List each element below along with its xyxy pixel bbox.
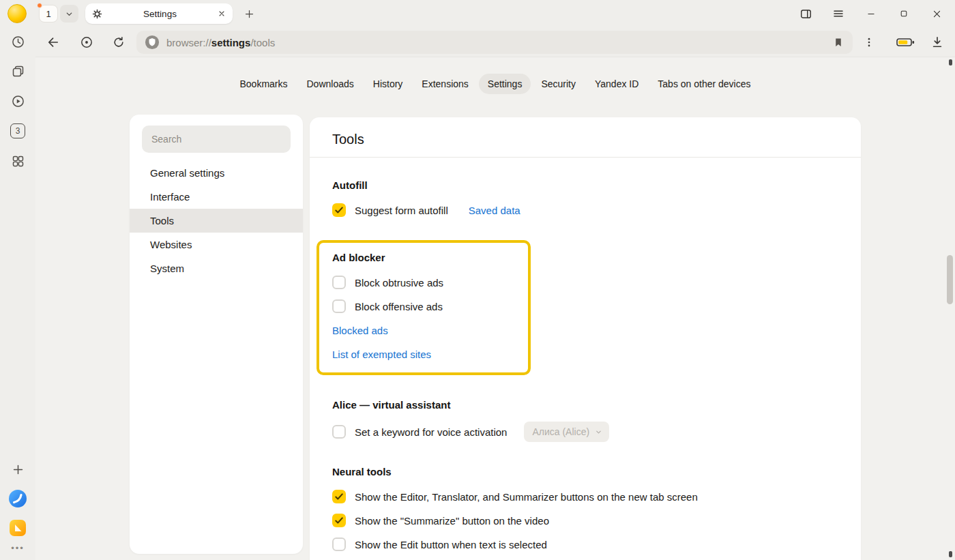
saved-data-link[interactable]: Saved data <box>469 205 520 216</box>
tab-counter-button[interactable]: 1 <box>39 5 58 23</box>
exempted-sites-row: List of exempted sites <box>332 347 515 362</box>
window-maximize-button[interactable] <box>894 4 914 23</box>
summarize-video-label: Show the "Summarize" button on the video <box>355 515 549 527</box>
side-panel-toggle-button[interactable] <box>795 4 816 23</box>
back-button[interactable] <box>45 34 61 50</box>
sidebar-item-system[interactable]: System <box>130 256 303 280</box>
nav-extensions[interactable]: Extensions <box>413 74 477 94</box>
rail-add-button[interactable] <box>8 460 27 479</box>
sidebar-item-interface[interactable]: Interface <box>130 185 303 209</box>
autofill-row: Suggest form autofill Saved data <box>332 202 838 218</box>
site-shield-icon[interactable] <box>145 35 160 50</box>
gear-icon <box>92 9 102 19</box>
yandex-id-icon <box>80 35 93 49</box>
tab-close-icon[interactable] <box>218 10 226 18</box>
sidebar-item-websites[interactable]: Websites <box>130 233 303 256</box>
collections-button[interactable] <box>8 61 27 80</box>
play-circle-icon <box>11 94 25 108</box>
neural-tools-heading: Neural tools <box>332 465 838 479</box>
clock-icon <box>11 35 25 49</box>
tools-settings-panel: Tools Autofill Suggest form autofill Sav… <box>310 117 861 560</box>
ad-blocker-heading: Ad blocker <box>332 251 515 265</box>
chevron-down-icon <box>65 10 74 18</box>
new-tab-button[interactable] <box>240 5 259 23</box>
ad-blocker-highlight-box: Ad blocker Block obtrusive ads Block off… <box>317 240 531 375</box>
autofill-heading: Autofill <box>332 179 838 192</box>
left-rail: 3 ••• <box>0 27 35 560</box>
sidebar-item-tools[interactable]: Tools <box>130 209 303 233</box>
scrollbar-bottom-cap <box>949 551 952 557</box>
edit-button-label: Show the Edit button when text is select… <box>355 539 547 550</box>
nav-settings[interactable]: Settings <box>479 74 531 94</box>
sidebar-item-general-settings[interactable]: General settings <box>130 161 303 185</box>
nav-yandex-id[interactable]: Yandex ID <box>586 74 647 94</box>
tab-title: Settings <box>102 9 218 19</box>
search-input[interactable] <box>142 126 291 153</box>
downloads-button[interactable] <box>929 34 945 50</box>
checkmark-icon <box>333 490 345 503</box>
url-bar[interactable]: browser://settings/tools <box>136 31 853 54</box>
yandex-id-button[interactable] <box>78 34 95 50</box>
url-host: settings <box>211 37 251 48</box>
alice-keyword-row: Set a keyword for voice activation Алиса… <box>332 422 838 442</box>
nav-tabs-other-devices[interactable]: Tabs on other devices <box>649 74 759 94</box>
address-toolbar: browser://settings/tools <box>35 27 955 57</box>
editor-translator-summarizer-checkbox[interactable] <box>332 490 346 503</box>
window-minimize-button[interactable] <box>861 4 881 23</box>
browser-logo-button[interactable] <box>8 489 27 508</box>
download-icon <box>930 35 944 49</box>
page-title: Tools <box>332 130 838 149</box>
url-more-button[interactable] <box>861 34 877 50</box>
exempted-sites-link[interactable]: List of exempted sites <box>332 349 431 360</box>
summarize-video-checkbox[interactable] <box>332 514 346 527</box>
media-button[interactable] <box>8 91 27 110</box>
block-obtrusive-ads-checkbox[interactable] <box>332 276 346 289</box>
ellipsis-icon: ••• <box>11 543 25 553</box>
back-arrow-icon <box>46 35 60 49</box>
voice-activation-label: Set a keyword for voice activation <box>355 426 507 438</box>
panels-icon <box>799 8 812 20</box>
maximize-icon <box>899 9 909 18</box>
voice-activation-checkbox[interactable] <box>332 425 346 439</box>
notification-dot <box>37 3 42 8</box>
block-offensive-ads-checkbox[interactable] <box>332 299 346 313</box>
hamburger-icon <box>832 8 844 20</box>
close-icon <box>932 9 942 19</box>
kebab-icon <box>863 36 875 48</box>
rail-more-button[interactable]: ••• <box>8 538 27 557</box>
scrollbar-thumb[interactable] <box>947 255 953 304</box>
nav-security[interactable]: Security <box>532 74 585 94</box>
tab-counter-value: 1 <box>46 9 50 19</box>
bookmark-icon[interactable] <box>832 36 844 48</box>
alice-keyword-dropdown[interactable]: Алиса (Alice) <box>524 422 609 442</box>
nav-downloads[interactable]: Downloads <box>298 74 363 94</box>
alice-avatar-icon[interactable] <box>8 4 27 23</box>
history-button[interactable] <box>8 32 27 51</box>
yandex-app-button[interactable] <box>8 518 27 537</box>
blocked-ads-link[interactable]: Blocked ads <box>332 325 388 336</box>
nav-bookmarks[interactable]: Bookmarks <box>231 74 296 94</box>
window-close-button[interactable] <box>926 4 947 23</box>
tab-stack-button[interactable]: 3 <box>8 121 27 141</box>
edit-button-checkbox[interactable] <box>332 537 346 551</box>
suggest-form-autofill-label: Suggest form autofill <box>355 205 448 216</box>
tab-settings[interactable]: Settings <box>85 3 233 24</box>
tab-list-dropdown-button[interactable] <box>60 5 78 23</box>
browser-menu-button[interactable] <box>828 4 849 23</box>
settings-page: Bookmarks Downloads History Extensions S… <box>35 57 955 560</box>
tab-stack-count-badge: 3 <box>10 123 25 138</box>
url-text[interactable]: browser://settings/tools <box>166 37 832 48</box>
dashboard-button[interactable] <box>8 151 27 171</box>
nav-history[interactable]: History <box>364 74 412 94</box>
panel-body: Autofill Suggest form autofill Saved dat… <box>310 179 861 560</box>
reload-button[interactable] <box>111 34 127 50</box>
suggest-form-autofill-checkbox[interactable] <box>332 203 346 217</box>
chevron-down-icon <box>595 428 602 436</box>
checkmark-icon <box>333 204 345 216</box>
settings-search[interactable] <box>142 126 291 153</box>
blocked-ads-row: Blocked ads <box>332 323 515 338</box>
grid-icon <box>11 154 25 168</box>
tab-stack-count: 3 <box>16 126 20 136</box>
block-obtrusive-ads-row: Block obtrusive ads <box>332 274 515 291</box>
battery-saver-button[interactable] <box>895 34 915 50</box>
